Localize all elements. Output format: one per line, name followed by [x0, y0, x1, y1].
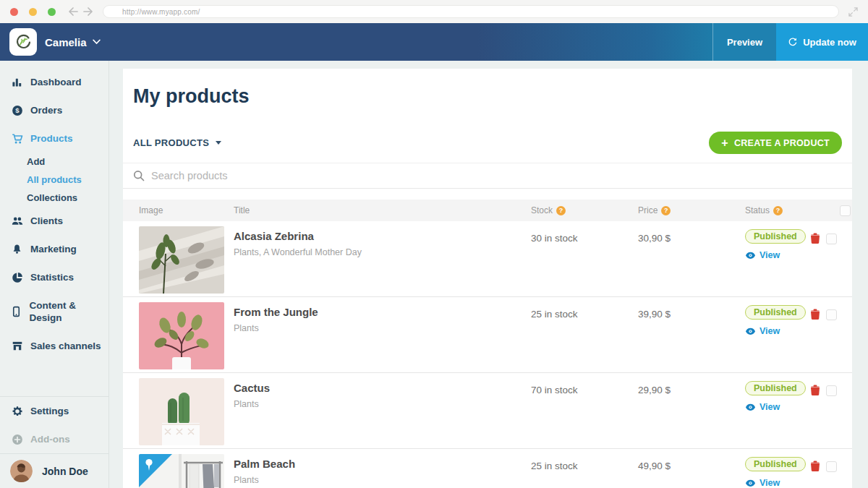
- product-image-from-the-jungle[interactable]: [139, 302, 224, 369]
- refresh-icon: [788, 37, 798, 47]
- product-image-palm-beach[interactable]: [139, 454, 224, 488]
- fullscreen-icon[interactable]: [848, 7, 858, 17]
- sidebar-item-label: Dashboard: [30, 76, 82, 88]
- delete-icon[interactable]: [810, 461, 820, 472]
- sidebar-subitem-all-products[interactable]: All products: [0, 171, 109, 189]
- help-icon[interactable]: ?: [661, 206, 671, 215]
- sidebar-item-label: Products: [30, 132, 73, 145]
- eye-icon: [745, 403, 756, 411]
- chevron-down-icon[interactable]: [93, 39, 101, 45]
- products-filter-dropdown[interactable]: ALL PRODUCTS: [133, 137, 221, 148]
- toolbar: ALL PRODUCTS + CREATE A PRODUCT: [133, 132, 842, 154]
- filter-label: ALL PRODUCTS: [133, 137, 209, 148]
- table-header: Image Title Stock ? Price ? Status ?: [123, 200, 852, 221]
- bar-chart-icon: [11, 77, 23, 87]
- sidebar-item-settings[interactable]: Settings: [0, 397, 109, 425]
- help-icon[interactable]: ?: [773, 206, 783, 215]
- window-zoom-button[interactable]: [48, 8, 56, 16]
- sidebar-item-marketing[interactable]: Marketing: [0, 235, 109, 263]
- window-minimize-button[interactable]: [29, 8, 37, 16]
- sidebar-item-label: Settings: [30, 405, 69, 417]
- user-name: John Doe: [42, 466, 88, 477]
- help-icon[interactable]: ?: [556, 206, 566, 215]
- row-checkbox[interactable]: [826, 461, 837, 472]
- sidebar-subitem-collections[interactable]: Collections: [0, 189, 109, 207]
- camelia-logo-icon[interactable]: [9, 28, 37, 56]
- table-row: Alcasia Zebrina Plants, A Wonderful Moth…: [123, 221, 852, 297]
- row-checkbox[interactable]: [826, 385, 837, 396]
- product-title[interactable]: From the Jungle: [234, 306, 522, 318]
- sidebar-item-label: Orders: [30, 104, 62, 116]
- create-product-button[interactable]: + CREATE A PRODUCT: [709, 132, 842, 154]
- sidebar-item-sales-channels[interactable]: Sales channels: [0, 332, 109, 360]
- sidebar-subitem-add[interactable]: Add: [0, 153, 109, 171]
- delete-icon[interactable]: [810, 309, 820, 320]
- sidebar-item-orders[interactable]: $ Orders: [0, 96, 109, 124]
- select-all-checkbox[interactable]: [840, 205, 851, 216]
- search-input[interactable]: [151, 170, 842, 181]
- top-navbar: Camelia Preview Update now: [0, 23, 868, 61]
- app-window: http://www.myapp.com/ Camelia Preview: [0, 0, 868, 488]
- column-header-status: Status ?: [731, 205, 810, 215]
- sidebar-footer: Settings Add-ons John Doe: [0, 396, 109, 488]
- plus-circle-icon: [11, 434, 23, 445]
- sidebar: Dashboard $ Orders Products Add All prod…: [0, 61, 109, 488]
- product-categories: Plants: [234, 399, 522, 409]
- product-image-cactus[interactable]: [139, 378, 224, 445]
- user-menu[interactable]: John Doe: [0, 453, 109, 488]
- sidebar-item-label: Content & Design: [30, 299, 104, 324]
- sidebar-item-clients[interactable]: Clients: [0, 207, 109, 235]
- column-header-price: Price ?: [624, 205, 731, 215]
- dollar-circle-icon: $: [11, 105, 23, 116]
- product-categories: Plants, A Wonderful Mother Day: [234, 247, 522, 257]
- sidebar-item-addons[interactable]: Add-ons: [0, 425, 109, 453]
- view-link[interactable]: View: [745, 478, 780, 488]
- sidebar-item-label: Clients: [30, 215, 63, 227]
- sidebar-item-content-design[interactable]: Content & Design: [0, 291, 109, 332]
- view-link[interactable]: View: [745, 402, 780, 412]
- people-icon: [11, 215, 23, 227]
- delete-icon[interactable]: [810, 385, 820, 396]
- main-area: My products ALL PRODUCTS + CREATE A PROD…: [109, 61, 868, 488]
- product-title[interactable]: Alcasia Zebrina: [234, 230, 522, 242]
- eye-icon: [745, 479, 756, 487]
- view-link[interactable]: View: [745, 326, 780, 336]
- bell-icon: [11, 244, 23, 254]
- update-now-button[interactable]: Update now: [776, 23, 868, 61]
- product-stock: 25 in stock: [522, 454, 624, 471]
- preview-button[interactable]: Preview: [712, 23, 776, 61]
- view-link[interactable]: View: [745, 250, 780, 260]
- window-close-button[interactable]: [10, 8, 18, 16]
- sidebar-item-dashboard[interactable]: Dashboard: [0, 68, 109, 96]
- pie-chart-icon: [11, 272, 23, 283]
- product-title[interactable]: Palm Beach: [234, 458, 522, 470]
- product-stock: 30 in stock: [522, 226, 624, 244]
- cart-icon: [11, 133, 23, 145]
- column-header-image: Image: [139, 205, 224, 215]
- update-now-label: Update now: [803, 37, 856, 48]
- eye-icon: [745, 328, 756, 335]
- browser-chrome: http://www.myapp.com/: [0, 0, 868, 23]
- browser-back-icon[interactable]: [68, 7, 78, 16]
- sidebar-item-products[interactable]: Products: [0, 124, 109, 153]
- product-price: 30,90 $: [624, 226, 731, 244]
- browser-forward-icon[interactable]: [83, 7, 93, 16]
- product-categories: Plants: [234, 323, 522, 333]
- product-title[interactable]: Cactus: [234, 382, 522, 394]
- delete-icon[interactable]: [810, 233, 820, 244]
- gear-icon: [11, 406, 23, 417]
- row-checkbox[interactable]: [826, 309, 837, 320]
- product-price: 49,90 $: [624, 454, 731, 471]
- address-bar[interactable]: http://www.myapp.com/: [103, 5, 839, 18]
- brand-name[interactable]: Camelia: [45, 36, 87, 48]
- search-icon: [133, 170, 145, 181]
- row-checkbox[interactable]: [826, 234, 837, 244]
- sidebar-item-label: Marketing: [30, 243, 77, 255]
- avatar: [10, 460, 33, 482]
- page-title: My products: [133, 85, 852, 108]
- status-badge: Published: [745, 457, 806, 471]
- sidebar-item-statistics[interactable]: Statistics: [0, 263, 109, 291]
- status-badge: Published: [745, 381, 806, 395]
- product-image-alcasia-zebrina[interactable]: [139, 226, 224, 294]
- device-icon: [11, 306, 22, 317]
